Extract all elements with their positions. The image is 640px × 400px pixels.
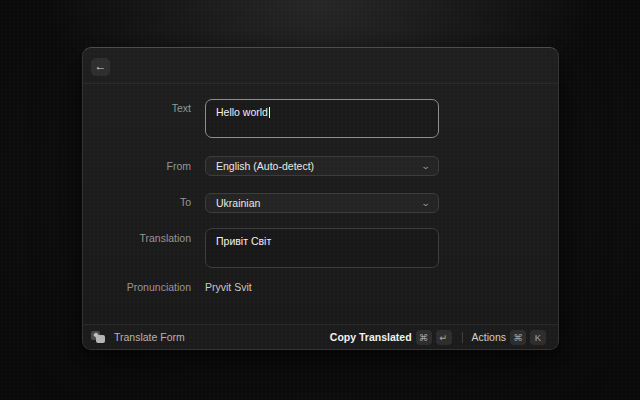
pronunciation-value: Pryvit Svit xyxy=(205,281,252,294)
chevron-down-icon: ⌄ xyxy=(421,162,431,171)
text-input[interactable]: Hello world xyxy=(205,99,439,138)
translation-input-value: Привіт Світ xyxy=(216,235,271,247)
translate-icon-front-square xyxy=(96,335,105,344)
command-key-icon[interactable]: ⌘ xyxy=(416,330,432,345)
translation-input[interactable]: Привіт Світ xyxy=(205,228,439,268)
text-cursor xyxy=(269,107,270,118)
from-select[interactable]: English (Auto-detect) ⌄ xyxy=(205,156,439,176)
action-bar: Translate Form Copy Translated ⌘ ↵ Actio… xyxy=(83,324,558,349)
actions-menu-button[interactable]: Actions xyxy=(472,331,506,343)
back-button[interactable]: ← xyxy=(91,58,110,76)
window-header: ← xyxy=(83,48,558,84)
text-field-label: Text xyxy=(83,102,191,115)
extension-title: Translate Form xyxy=(114,331,185,343)
k-key-icon[interactable]: K xyxy=(530,330,546,345)
chevron-down-icon: ⌄ xyxy=(421,199,431,208)
to-select-value: Ukrainian xyxy=(216,197,260,209)
footer-divider xyxy=(462,332,463,343)
to-field-label: To xyxy=(83,196,191,209)
to-select[interactable]: Ukrainian ⌄ xyxy=(205,193,439,213)
translate-form-window: ← Text Hello world From English (Auto-de… xyxy=(82,47,559,350)
from-field-label: From xyxy=(83,160,191,173)
from-select-value: English (Auto-detect) xyxy=(216,160,314,172)
command-key-icon[interactable]: ⌘ xyxy=(510,330,526,345)
translate-extension-icon xyxy=(91,331,106,344)
text-input-value: Hello world xyxy=(216,106,268,118)
pronunciation-label: Pronunciation xyxy=(83,281,191,294)
return-key-icon[interactable]: ↵ xyxy=(436,330,452,345)
footer-actions: Copy Translated ⌘ ↵ Actions ⌘ K xyxy=(330,330,546,345)
copy-translated-button[interactable]: Copy Translated xyxy=(330,331,412,343)
translation-field-label: Translation xyxy=(83,232,191,245)
